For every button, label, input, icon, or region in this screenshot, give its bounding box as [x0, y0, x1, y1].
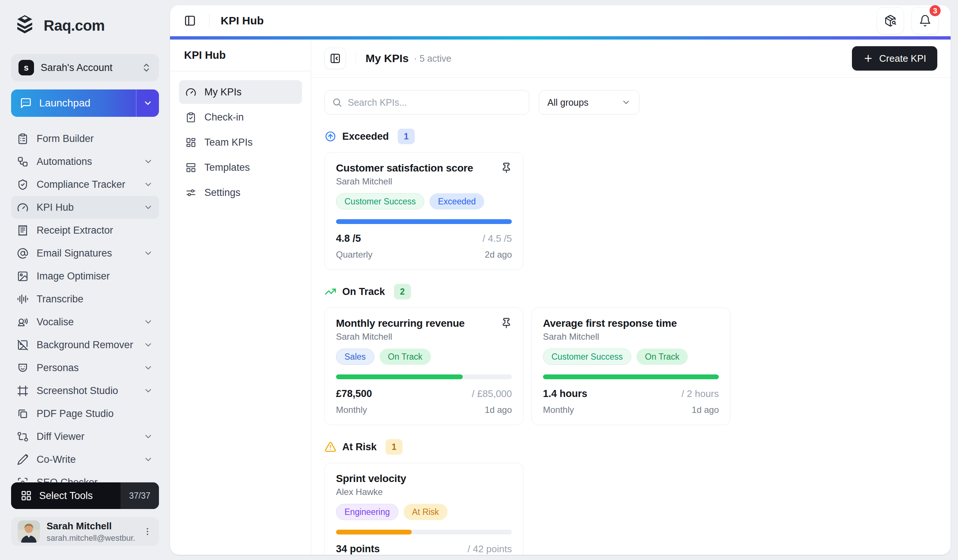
gauge-icon [186, 87, 196, 98]
pages-icon [17, 408, 29, 420]
main-header: My KPIs · 5 active Create KPI [311, 40, 951, 78]
launchpad-main[interactable]: Launchpad [11, 89, 136, 117]
kpi-owner: Sarah Mitchell [543, 332, 719, 342]
subnav-item-my-kpis[interactable]: My KPIs [179, 80, 302, 104]
tools-menu: Form Builder Automations Compliance Trac… [11, 127, 159, 493]
kpi-card-customer-satisfaction-score[interactable]: Customer satisfaction score Sarah Mitche… [325, 152, 523, 270]
layout-panel-icon [186, 162, 196, 173]
kpi-target-value: / 4.5 /5 [483, 233, 512, 244]
tag-sales: Sales [336, 349, 374, 365]
chevrons-up-down-icon [141, 62, 152, 73]
sliders-icon [186, 187, 196, 198]
kpi-card-average-first-response-time[interactable]: Average first response time Sarah Mitche… [531, 308, 730, 425]
create-kpi-button[interactable]: Create KPI [852, 46, 937, 71]
search-input[interactable] [325, 90, 529, 114]
receipt-icon [17, 225, 29, 236]
sidebar-item-co-write[interactable]: Co-Write [11, 448, 159, 471]
select-tools-button[interactable]: Select Tools 37/37 [11, 482, 159, 509]
accent-gradient-bar [170, 36, 951, 40]
sidebar-item-pdf-page-studio[interactable]: PDF Page Studio [11, 402, 159, 425]
sidebar-item-automations[interactable]: Automations [11, 150, 159, 173]
kpi-card-sprint-velocity[interactable]: Sprint velocity Alex Hawke EngineeringAt… [325, 463, 523, 555]
sidebar-item-transcribe[interactable]: Transcribe [11, 287, 159, 311]
active-kpi-count: · 5 active [414, 53, 451, 64]
launchpad-expand-button[interactable] [136, 89, 159, 117]
kpi-section-exceeded: Exceeded 1 Customer satisfaction score S… [325, 128, 937, 270]
workspace-switcher[interactable]: s Sarah's Account [11, 54, 159, 81]
kpi-title: Customer satisfaction score [336, 162, 496, 174]
tag-at-risk: At Risk [404, 504, 447, 520]
launchpad-button[interactable]: Launchpad [11, 89, 159, 117]
search-icon [332, 97, 342, 108]
frame-icon [17, 385, 29, 397]
triangle-alert-icon [325, 441, 336, 453]
trending-up-icon [325, 286, 336, 298]
progress-track [543, 374, 719, 379]
package-search-icon [884, 14, 897, 27]
group-filter-select[interactable]: All groups [539, 90, 639, 114]
pin-icon[interactable] [501, 162, 512, 173]
audio-lines-icon [17, 293, 29, 305]
mask-icon [17, 362, 29, 374]
subnav-item-check-in[interactable]: Check-in [179, 105, 302, 129]
avatar [18, 520, 40, 543]
subnav-item-team-kpis[interactable]: Team KPIs [179, 130, 302, 154]
kpi-owner: Alex Hawke [336, 487, 512, 497]
image-icon [17, 271, 29, 282]
chat-bubble-icon [20, 97, 32, 109]
kpi-target-value: / 42 points [468, 543, 512, 555]
kpi-updated: 2d ago [485, 249, 512, 260]
main-content: My KPIs · 5 active Create KPI [311, 40, 951, 555]
divider [209, 14, 209, 27]
kpi-target-value: / £85,000 [472, 388, 512, 400]
sidebar-toggle-button[interactable] [182, 13, 198, 29]
sidebar-item-email-signatures[interactable]: Email Signatures [11, 242, 159, 265]
sidebar-item-kpi-hub[interactable]: KPI Hub [11, 196, 159, 219]
create-kpi-label: Create KPI [879, 53, 926, 64]
sidebar-item-compliance-tracker[interactable]: Compliance Tracker [11, 173, 159, 196]
subnav-collapse-button[interactable] [325, 48, 346, 69]
sidebar-item-personas[interactable]: Personas [11, 356, 159, 379]
sidebar-item-background-remover[interactable]: Background Remover [11, 333, 159, 356]
kpi-card-monthly-recurring-revenue[interactable]: Monthly recurring revenue Sarah Mitchell… [325, 308, 523, 425]
ellipsis-vertical-icon[interactable] [143, 527, 152, 536]
kpi-current-value: 4.8 /5 [336, 233, 361, 244]
sidebar-item-form-builder[interactable]: Form Builder [11, 127, 159, 150]
chevron-down-icon [143, 180, 153, 189]
chevron-down-icon [143, 317, 153, 327]
kpi-current-value: 34 points [336, 543, 380, 555]
section-header: On Track 2 [325, 284, 937, 300]
pin-icon[interactable] [501, 317, 512, 328]
user-menu[interactable]: Sarah Mitchell sarah.mitchell@westbur... [11, 517, 159, 546]
sidebar-item-image-optimiser[interactable]: Image Optimiser [11, 265, 159, 287]
sidebar-item-vocalise[interactable]: Vocalise [11, 311, 159, 333]
tag-customer-success: Customer Success [336, 194, 424, 209]
sidebar-item-diff-viewer[interactable]: Diff Viewer [11, 425, 159, 448]
progress-track [336, 530, 512, 535]
launchpad-label: Launchpad [39, 97, 90, 109]
page-title: KPI Hub [220, 14, 264, 27]
topbar: KPI Hub 3 [170, 5, 951, 36]
main-panel: KPI Hub 3 KPI Hub My KPIs Check-in [170, 5, 951, 555]
tool-search-button[interactable] [877, 7, 904, 34]
kpi-updated: 1d ago [692, 405, 719, 415]
subnav-title: KPI Hub [170, 40, 311, 71]
section-header: At Risk 1 [325, 439, 937, 455]
chevron-down-icon [143, 363, 153, 373]
sidebar-item-receipt-extractor[interactable]: Receipt Extractor [11, 219, 159, 242]
module-subnav: KPI Hub My KPIs Check-in Team KPIs Templ… [170, 40, 311, 555]
notifications-button[interactable]: 3 [912, 7, 939, 34]
kpi-title: Average first response time [543, 317, 719, 329]
clipboard-check-icon [186, 112, 196, 123]
kpi-updated: 1d ago [485, 405, 512, 415]
progress-fill [336, 374, 463, 379]
subnav-item-settings[interactable]: Settings [179, 181, 302, 205]
sidebar-item-screenshot-studio[interactable]: Screenshot Studio [11, 379, 159, 402]
panel-left-icon [184, 15, 196, 27]
progress-fill [336, 530, 412, 535]
subnav-item-templates[interactable]: Templates [179, 155, 302, 179]
select-tools-label: Select Tools [39, 490, 93, 501]
chevron-down-icon [143, 157, 153, 167]
search-box [325, 90, 529, 114]
kpi-current-value: £78,500 [336, 388, 372, 400]
